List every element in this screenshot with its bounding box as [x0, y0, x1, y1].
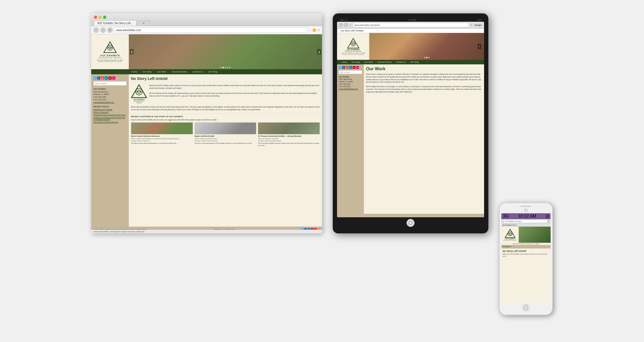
nav-contact[interactable]: Contact Us: [190, 69, 206, 74]
refresh-button[interactable]: ↻: [107, 27, 113, 33]
back-button[interactable]: ‹: [93, 27, 99, 33]
post-5[interactable]: Marco Island Historical Museum: [93, 121, 127, 123]
tablet-facebook[interactable]: f: [342, 66, 345, 69]
logo-tagline: NO STORY LEFT UNTOLD: [99, 57, 121, 58]
tablet-linkedin[interactable]: in: [349, 66, 352, 69]
settings-icon[interactable]: ⚙: [317, 29, 320, 32]
tablet-twitter[interactable]: t: [339, 66, 342, 69]
maximize-button[interactable]: [103, 16, 106, 19]
tablet-nav-our-work[interactable]: Our Work: [362, 60, 375, 64]
nav-blog[interactable]: AST Blog: [206, 69, 220, 74]
nav-our-story[interactable]: Our Story: [140, 69, 154, 74]
active-tab[interactable]: AST Exhibits | No Story Left...: [94, 20, 136, 26]
tablet-contact-email[interactable]: contact@astexhibits.com: [339, 88, 358, 90]
tablet-dot-1[interactable]: [424, 57, 425, 58]
project-card-2: Naples Airfield Exhibit Client: Collier …: [195, 122, 257, 147]
tablet-dot-2[interactable]: [426, 57, 427, 58]
post-1[interactable]: Introducing AST Exhibits: [93, 109, 127, 111]
phone-status-bar: 3G 10:12 AM |||: [501, 213, 551, 219]
tablet-active-tab[interactable]: Our Work | AST Exhibits: [337, 28, 484, 33]
facebook-icon[interactable]: f: [97, 76, 100, 80]
main-content: No Story Left Untold AST EXHIBITS: [129, 74, 322, 227]
hero-area: ❮ ❯: [129, 34, 322, 69]
phone-page-title: No Story Left Untold: [503, 250, 549, 252]
tablet-back[interactable]: ‹: [339, 23, 343, 27]
hero-dot-4[interactable]: [227, 67, 228, 68]
hero-dot-3[interactable]: [225, 67, 226, 68]
post-4[interactable]: Is having a compelling and well told sto…: [93, 117, 127, 120]
social-links: t f g+ in P f: [93, 76, 127, 80]
phone-address-bar[interactable]: AST Exhibits | No Story...: [504, 220, 547, 223]
project-meta-3: Client: St Thomas University: [258, 138, 320, 140]
tablet-google[interactable]: Google: [473, 24, 482, 27]
tablet-screen: ‹ › ☆ www.astexhibits.com/work/ ↺ Google…: [337, 22, 484, 217]
nav-success-stories[interactable]: Success Stories: [169, 69, 190, 74]
project-card-3: St Thomas University Exhibits – Library …: [258, 122, 320, 147]
phone-tab[interactable]: AST Exhibits | No S...: [501, 224, 551, 227]
tablet-address-bar[interactable]: www.astexhibits.com/work/: [353, 23, 469, 27]
tablet-nav-home[interactable]: Home: [340, 60, 349, 64]
project-title-2[interactable]: Naples Airfield Exhibit: [195, 135, 257, 137]
tablet-contact-name: AST Exhibits: [339, 76, 349, 78]
twitter-icon[interactable]: t: [93, 76, 97, 80]
pinterest-icon[interactable]: P: [108, 76, 112, 80]
rss-icon[interactable]: 📶: [313, 29, 316, 32]
tablet-contact: AST Exhibits 2630 Taft Avenue Orlando, F…: [339, 76, 362, 90]
tablet-time: 1:47 PM: [408, 19, 416, 21]
inactive-tab[interactable]: ✕: [137, 20, 150, 26]
tablet-forward[interactable]: ›: [344, 23, 348, 27]
post-3[interactable]: Traveling Exhibit of Artwork by Rob Stor…: [93, 114, 127, 116]
tablet-pinterest[interactable]: P: [353, 66, 356, 69]
minimize-button[interactable]: [98, 16, 102, 19]
tablet-nav-success[interactable]: Success Stories: [375, 60, 394, 64]
window-controls: [94, 16, 319, 19]
tablet-contact-addr1: 2630 Taft Avenue: [339, 78, 352, 80]
phone-home-button[interactable]: [522, 304, 530, 311]
project-title-1[interactable]: Marco Island Historical Museum: [131, 135, 193, 137]
tablet-search[interactable]: [339, 70, 362, 74]
phone-nav-toggle[interactable]: Navigation: [501, 245, 551, 248]
page-title: No Story Left Untold: [131, 76, 320, 82]
project-meta-2: Client: Collier County Museums: [195, 138, 257, 140]
hero-dot-5[interactable]: [229, 67, 230, 68]
search-input[interactable]: [93, 81, 127, 86]
project-text-1: The Marco Island Historical Museum is a …: [131, 142, 193, 144]
phone-refresh[interactable]: ↺: [548, 220, 550, 223]
hero-next-button[interactable]: ❯: [317, 49, 321, 54]
project-location-1: Location: Marco Island, FL: [131, 140, 193, 142]
project-meta-1: Client: Collier County Museums and Marco…: [131, 138, 193, 140]
website: AST EXHIBITS NO STORY LEFT UNTOLD 2630 T…: [91, 34, 322, 230]
forward-button[interactable]: ›: [100, 27, 106, 33]
post-2[interactable]: What is a Museum?: [93, 111, 127, 113]
tablet-contact-phone: p 437.481.9291: [339, 83, 351, 85]
google-icon[interactable]: g+: [101, 76, 104, 80]
contact-email[interactable]: contact@astexhibits.com: [93, 101, 114, 103]
hero-prev-button[interactable]: ❮: [130, 49, 134, 54]
tablet-bookmark[interactable]: ☆: [349, 24, 352, 27]
tablet-home-button[interactable]: [407, 219, 415, 227]
linkedin-icon[interactable]: in: [105, 76, 108, 80]
tablet-dot-3[interactable]: [428, 57, 430, 58]
bookmark-icon[interactable]: ☆: [309, 29, 311, 32]
close-button[interactable]: [94, 16, 97, 19]
tablet-nav-our-story[interactable]: Our Story: [349, 60, 362, 64]
tablet-main-text: Every story is unique and our goal is to…: [366, 73, 482, 83]
tablet-refresh[interactable]: ↺: [470, 24, 472, 26]
phone-website: AST EXHIBITS NO STORY LEFT UNTOLD 2630 T…: [501, 227, 551, 303]
browser-toolbar: ‹ › ↻ www.astexhibits.com ☆ 📶 ⚙: [91, 26, 322, 34]
phone-time: 10:12 AM: [518, 214, 536, 219]
nav-our-work[interactable]: Our Work: [155, 69, 169, 74]
flickr-icon[interactable]: f: [112, 76, 115, 80]
project-image-2: [195, 122, 257, 134]
tablet-hero-next[interactable]: ›: [478, 44, 481, 49]
address-bar[interactable]: www.astexhibits.com: [114, 27, 307, 33]
tablet-flickr[interactable]: f: [356, 66, 359, 69]
hero-dot-1[interactable]: [221, 67, 222, 68]
hero-dot-2[interactable]: [223, 67, 224, 68]
tablet-google[interactable]: g+: [346, 66, 349, 69]
tablet-nav-contact[interactable]: Contact Us: [394, 60, 408, 64]
project-title-3[interactable]: St Thomas University Exhibits – Library …: [258, 135, 320, 137]
phone-back[interactable]: ‹: [502, 220, 503, 223]
nav-home[interactable]: Home: [129, 69, 140, 74]
tablet-nav-blog[interactable]: AST Blog: [408, 60, 421, 64]
